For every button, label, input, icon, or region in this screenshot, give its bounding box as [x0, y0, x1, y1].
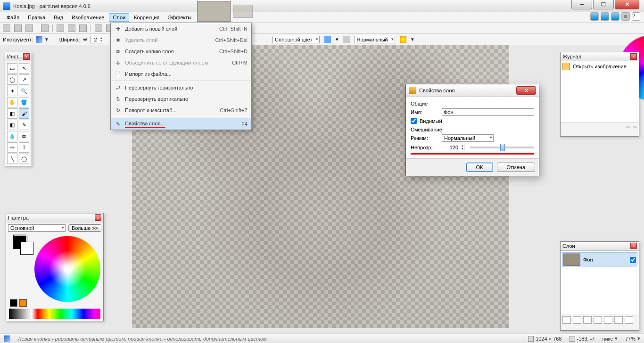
menu-rotate-zoom[interactable]: ↻Поворот и масштаб...Ctrl+Shift+Z — [111, 105, 251, 116]
panel-close-icon[interactable]: × — [630, 53, 637, 60]
menu-duplicate-layer[interactable]: ⧉Создать копию слояCtrl+Shift+D — [111, 46, 251, 57]
layer-row[interactable]: Фон — [562, 252, 637, 267]
color-swatches[interactable] — [9, 309, 100, 319]
tool-gradient[interactable]: ◧ — [7, 108, 17, 119]
move-down-icon[interactable] — [614, 316, 623, 324]
tool-pan[interactable]: ✋ — [7, 97, 17, 107]
tool-move-selection[interactable]: ↗ — [19, 74, 29, 85]
print-icon[interactable] — [41, 24, 49, 32]
width-value[interactable]: 2 — [90, 36, 103, 43]
history-item[interactable]: Открыть изображение — [561, 61, 639, 72]
tool-wand[interactable]: ✦ — [7, 86, 17, 96]
delete-layer-icon[interactable] — [573, 316, 581, 324]
layer-props-icon[interactable] — [625, 316, 633, 324]
opacity-slider[interactable] — [470, 147, 534, 148]
opacity-spinner[interactable]: 120 — [442, 144, 464, 151]
panel-close-icon[interactable]: × — [630, 243, 637, 249]
panel-close-icon[interactable]: × — [95, 214, 101, 221]
document-thumb-active[interactable] — [197, 1, 231, 22]
tool-text[interactable]: T — [19, 142, 29, 153]
copy-icon[interactable] — [68, 24, 75, 32]
palette-icon[interactable] — [19, 299, 27, 307]
crop-icon[interactable] — [95, 24, 102, 32]
layer-thumbnail — [563, 253, 580, 266]
tool-shapes[interactable]: ◯ — [19, 154, 29, 164]
status-cursor: -183, -7 — [577, 336, 595, 342]
duplicate-layer-icon[interactable] — [583, 316, 592, 324]
fill-style-dropdown[interactable]: Сплошной цвет — [272, 36, 320, 43]
dialog-icon — [409, 87, 416, 94]
menu-file[interactable]: Файл — [3, 13, 23, 22]
add-color-icon[interactable] — [10, 299, 17, 307]
dimensions-icon — [528, 336, 534, 342]
menu-image[interactable]: Изображение — [68, 13, 108, 22]
menu-edit[interactable]: Правка — [24, 13, 49, 22]
document-thumb-2[interactable] — [233, 5, 253, 18]
ok-button[interactable]: ОК — [466, 163, 493, 172]
menu-flip-v[interactable]: ⇅Перевернуть вертикально — [111, 93, 251, 105]
tool-zoom[interactable]: 🔍 — [19, 86, 29, 96]
more-button[interactable]: Больше >> — [68, 224, 101, 232]
overwrite-icon[interactable] — [400, 36, 406, 43]
tool-clone[interactable]: ⧉ — [19, 131, 29, 141]
add-layer-icon[interactable] — [562, 316, 571, 324]
menu-import-file[interactable]: 📄Импорт из файла... — [111, 68, 251, 80]
cancel-button[interactable]: Отмена — [497, 163, 535, 172]
dialog-close-button[interactable]: ✕ — [516, 86, 536, 95]
menu-merge-down[interactable]: ⇊Объединить со следующим слоемCtrl+M — [111, 57, 251, 68]
layers-toggle-icon[interactable] — [611, 12, 619, 21]
tool-eraser[interactable]: ◧ — [7, 120, 17, 130]
tool-move[interactable]: ↖ — [19, 63, 29, 74]
merge-layer-icon[interactable] — [594, 316, 602, 324]
menu-layer-properties[interactable]: ✎Свойства слоя...F4 — [111, 118, 251, 130]
menu-adjust[interactable]: Коррекция — [130, 13, 163, 22]
save-icon[interactable] — [25, 24, 33, 32]
blend-mode-dropdown[interactable]: Нормальный — [355, 36, 395, 43]
cut-icon[interactable] — [57, 24, 64, 32]
tool-fill[interactable]: 🪣 — [19, 97, 29, 107]
close-button[interactable]: ✕ — [615, 0, 639, 9]
dialog-titlebar[interactable]: Свойства слоя ✕ — [406, 84, 539, 97]
tool-recolor[interactable]: ✏ — [7, 142, 17, 153]
tool-rect-select[interactable]: ▭ — [7, 63, 17, 74]
new-icon[interactable] — [3, 24, 10, 32]
status-dimensions: 1024 × 768 — [536, 336, 561, 342]
menu-flip-h[interactable]: ⇄Перевернуть горизонтально — [111, 82, 251, 93]
tool-pencil[interactable]: ✎ — [19, 120, 29, 130]
visible-checkbox[interactable] — [411, 118, 417, 124]
dropdown-caret[interactable]: ▾ — [45, 36, 48, 42]
tool-colorpicker[interactable]: 💧 — [7, 131, 17, 141]
settings-icon[interactable] — [621, 12, 630, 21]
color-mode-select[interactable]: Основной — [8, 224, 66, 232]
layer-name-input[interactable] — [442, 108, 534, 116]
color-wheel[interactable] — [34, 236, 100, 302]
help-icon[interactable]: ? — [632, 12, 640, 21]
paste-icon[interactable] — [79, 24, 87, 32]
tools-toggle-icon[interactable] — [590, 12, 599, 21]
menu-add-layer[interactable]: ✚Добавить новый слойCtrl+Shift+N — [111, 23, 251, 34]
maximize-button[interactable]: ☐ — [593, 0, 614, 9]
aa-icon[interactable] — [343, 36, 350, 43]
layer-visible-checkbox[interactable] — [630, 257, 636, 263]
undo-icon[interactable]: ↶ — [626, 125, 630, 131]
width-dec[interactable]: ⊖ — [83, 36, 87, 42]
tool-line[interactable]: ╲ — [7, 154, 17, 164]
panel-close-icon[interactable]: × — [23, 53, 30, 60]
open-icon[interactable] — [14, 24, 22, 32]
blend-mode-select[interactable]: Нормальный — [442, 134, 494, 142]
secondary-color-swatch[interactable] — [20, 242, 33, 255]
tool-lasso[interactable]: ◯ — [7, 74, 17, 85]
status-units[interactable]: пикс — [602, 336, 613, 342]
menu-delete-layer[interactable]: ✖Удалить слойCtrl+Shift+Del — [111, 34, 251, 46]
menu-layers[interactable]: Слои — [109, 13, 129, 22]
minimize-button[interactable]: ━ — [571, 0, 592, 9]
move-up-icon[interactable] — [604, 316, 612, 324]
slider-thumb[interactable] — [500, 144, 505, 151]
history-toggle-icon[interactable] — [601, 12, 609, 21]
curve-icon[interactable] — [324, 36, 331, 43]
redo-icon[interactable]: ↷ — [633, 125, 637, 131]
menu-view[interactable]: Вид — [50, 13, 67, 22]
menu-effects[interactable]: Эффекты — [164, 13, 195, 22]
tool-paintbrush[interactable]: 🖌 — [19, 108, 29, 119]
status-zoom[interactable]: 77% — [625, 336, 636, 342]
